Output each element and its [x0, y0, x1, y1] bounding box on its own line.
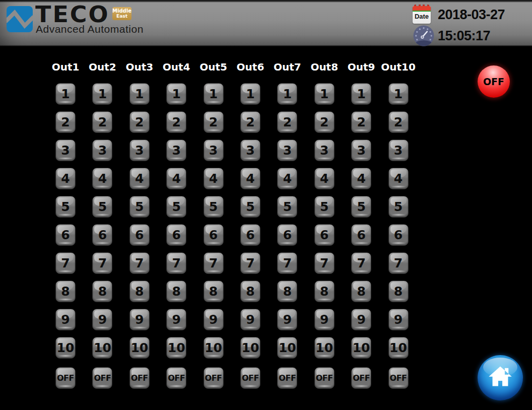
out10-button-6[interactable]: 6: [388, 224, 409, 246]
out9-button-5[interactable]: 5: [351, 196, 371, 218]
out5-button-off[interactable]: OFF: [204, 367, 224, 389]
out3-button-6[interactable]: 6: [129, 224, 150, 246]
out2-button-3[interactable]: 3: [92, 140, 112, 161]
out4-button-1[interactable]: 1: [166, 83, 186, 105]
out1-button-2[interactable]: 2: [55, 111, 76, 133]
out6-button-1[interactable]: 1: [240, 83, 260, 105]
out8-button-2[interactable]: 2: [314, 111, 335, 133]
home-button[interactable]: [478, 355, 523, 400]
out8-button-10[interactable]: 10: [314, 337, 335, 359]
out6-button-2[interactable]: 2: [240, 111, 260, 133]
out9-button-6[interactable]: 6: [351, 224, 371, 246]
out4-button-9[interactable]: 9: [166, 309, 186, 330]
out7-button-4[interactable]: 4: [277, 168, 297, 189]
out9-button-off[interactable]: OFF: [351, 367, 371, 389]
out10-button-10[interactable]: 10: [388, 337, 409, 359]
out6-button-off[interactable]: OFF: [240, 367, 260, 389]
out9-button-1[interactable]: 1: [351, 83, 371, 105]
out3-button-1[interactable]: 1: [129, 83, 150, 105]
out3-button-7[interactable]: 7: [129, 252, 150, 274]
out9-button-10[interactable]: 10: [351, 337, 371, 359]
out4-button-4[interactable]: 4: [166, 168, 186, 189]
out4-button-10[interactable]: 10: [166, 337, 186, 359]
out3-button-5[interactable]: 5: [129, 196, 150, 218]
out3-button-10[interactable]: 10: [129, 337, 150, 359]
out8-button-1[interactable]: 1: [314, 83, 335, 105]
out1-button-8[interactable]: 8: [55, 281, 76, 302]
out4-button-8[interactable]: 8: [166, 281, 186, 302]
out4-button-5[interactable]: 5: [166, 196, 186, 218]
out1-button-4[interactable]: 4: [55, 168, 76, 189]
out6-button-9[interactable]: 9: [240, 309, 260, 330]
out3-button-off[interactable]: OFF: [129, 367, 150, 389]
out9-button-8[interactable]: 8: [351, 281, 371, 302]
out4-button-7[interactable]: 7: [166, 252, 186, 274]
out6-button-5[interactable]: 5: [240, 196, 260, 218]
out2-button-4[interactable]: 4: [92, 168, 112, 189]
out10-button-3[interactable]: 3: [388, 140, 409, 161]
out5-button-7[interactable]: 7: [204, 252, 224, 274]
out2-button-9[interactable]: 9: [92, 309, 112, 330]
out6-button-10[interactable]: 10: [240, 337, 260, 359]
out8-button-4[interactable]: 4: [314, 168, 335, 189]
out9-button-3[interactable]: 3: [351, 140, 371, 161]
out7-button-5[interactable]: 5: [277, 196, 297, 218]
out10-button-1[interactable]: 1: [388, 83, 409, 105]
out2-button-2[interactable]: 2: [92, 111, 112, 133]
out5-button-1[interactable]: 1: [204, 83, 224, 105]
out1-button-3[interactable]: 3: [55, 140, 76, 161]
out8-button-7[interactable]: 7: [314, 252, 335, 274]
out7-button-9[interactable]: 9: [277, 309, 297, 330]
out3-button-2[interactable]: 2: [129, 111, 150, 133]
out10-button-7[interactable]: 7: [388, 252, 409, 274]
out7-button-10[interactable]: 10: [277, 337, 297, 359]
out5-button-3[interactable]: 3: [204, 140, 224, 161]
out1-button-1[interactable]: 1: [55, 83, 76, 105]
master-off-button[interactable]: OFF: [478, 65, 510, 98]
out6-button-3[interactable]: 3: [240, 140, 260, 161]
out4-button-3[interactable]: 3: [166, 140, 186, 161]
out10-button-off[interactable]: OFF: [388, 367, 409, 389]
out6-button-6[interactable]: 6: [240, 224, 260, 246]
out2-button-6[interactable]: 6: [92, 224, 112, 246]
out6-button-7[interactable]: 7: [240, 252, 260, 274]
out1-button-9[interactable]: 9: [55, 309, 76, 330]
out2-button-10[interactable]: 10: [92, 337, 112, 359]
out10-button-4[interactable]: 4: [388, 168, 409, 189]
out10-button-8[interactable]: 8: [388, 281, 409, 302]
out7-button-1[interactable]: 1: [277, 83, 297, 105]
out5-button-6[interactable]: 6: [204, 224, 224, 246]
out10-button-5[interactable]: 5: [388, 196, 409, 218]
out8-button-9[interactable]: 9: [314, 309, 335, 330]
out7-button-3[interactable]: 3: [277, 140, 297, 161]
out7-button-7[interactable]: 7: [277, 252, 297, 274]
out9-button-2[interactable]: 2: [351, 111, 371, 133]
out2-button-8[interactable]: 8: [92, 281, 112, 302]
out2-button-5[interactable]: 5: [92, 196, 112, 218]
out9-button-7[interactable]: 7: [351, 252, 371, 274]
out8-button-8[interactable]: 8: [314, 281, 335, 302]
out7-button-off[interactable]: OFF: [277, 367, 297, 389]
out7-button-2[interactable]: 2: [277, 111, 297, 133]
out5-button-4[interactable]: 4: [204, 168, 224, 189]
out5-button-10[interactable]: 10: [204, 337, 224, 359]
out5-button-9[interactable]: 9: [204, 309, 224, 330]
out1-button-6[interactable]: 6: [55, 224, 76, 246]
out7-button-8[interactable]: 8: [277, 281, 297, 302]
out5-button-8[interactable]: 8: [204, 281, 224, 302]
out8-button-6[interactable]: 6: [314, 224, 335, 246]
out3-button-9[interactable]: 9: [129, 309, 150, 330]
out3-button-4[interactable]: 4: [129, 168, 150, 189]
out9-button-9[interactable]: 9: [351, 309, 371, 330]
out3-button-3[interactable]: 3: [129, 140, 150, 161]
out9-button-4[interactable]: 4: [351, 168, 371, 189]
out6-button-8[interactable]: 8: [240, 281, 260, 302]
out5-button-5[interactable]: 5: [204, 196, 224, 218]
out8-button-off[interactable]: OFF: [314, 367, 335, 389]
out1-button-7[interactable]: 7: [55, 252, 76, 274]
out1-button-off[interactable]: OFF: [55, 367, 76, 389]
out4-button-off[interactable]: OFF: [166, 367, 186, 389]
out2-button-1[interactable]: 1: [92, 83, 112, 105]
out10-button-2[interactable]: 2: [388, 111, 409, 133]
out8-button-3[interactable]: 3: [314, 140, 335, 161]
